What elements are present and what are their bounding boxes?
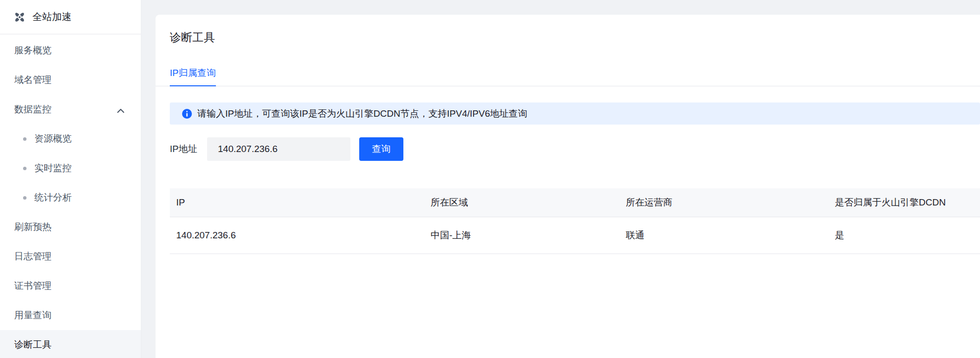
column-header-isp: 所在运营商	[619, 188, 828, 217]
product-header: 全站加速	[0, 0, 141, 34]
sidebar-item-statistical-analysis[interactable]: 统计分析	[0, 183, 141, 212]
bullet-icon	[23, 167, 26, 170]
column-header-belongs-to-dcdn: 是否归属于火山引擎DCDN	[828, 188, 980, 217]
sidebar-item-realtime-monitoring[interactable]: 实时监控	[0, 153, 141, 183]
sidebar-item-service-overview[interactable]: 服务概览	[0, 36, 141, 65]
content-card: 诊断工具 IP归属查询 请输入IP地址，可查询该IP是否为火山引擎DCDN节点，…	[156, 15, 980, 358]
table-header-row: IP 所在区域 所在运营商 是否归属于火山引擎DCDN	[170, 188, 980, 217]
sidebar-item-label: 实时监控	[34, 162, 72, 175]
sidebar-item-label: 资源概览	[34, 132, 72, 145]
sidebar-item-label: 用量查询	[14, 309, 52, 322]
sidebar-item-resource-overview[interactable]: 资源概览	[0, 124, 141, 153]
ip-query-form: IP地址 查询	[170, 137, 980, 161]
sidebar-item-usage-query[interactable]: 用量查询	[0, 301, 141, 330]
sidebar-item-certificate-management[interactable]: 证书管理	[0, 271, 141, 301]
column-header-ip: IP	[170, 188, 424, 217]
sidebar-item-log-management[interactable]: 日志管理	[0, 242, 141, 271]
info-banner-text: 请输入IP地址，可查询该IP是否为火山引擎DCDN节点，支持IPV4/IPV6地…	[197, 107, 527, 120]
info-icon	[182, 109, 192, 119]
sidebar-item-domain-management[interactable]: 域名管理	[0, 65, 141, 95]
ip-address-input[interactable]	[207, 137, 350, 161]
sidebar-item-label: 服务概览	[14, 44, 52, 57]
bullet-icon	[23, 196, 26, 200]
sidebar-item-label: 日志管理	[14, 250, 52, 263]
sidebar-item-label: 诊断工具	[14, 338, 52, 351]
bullet-icon	[23, 137, 26, 141]
page-title: 诊断工具	[170, 29, 980, 45]
cell-region: 中国-上海	[424, 217, 619, 254]
sidebar-nav: 服务概览 域名管理 数据监控 资源概览 实时监控	[0, 34, 141, 358]
cell-belongs-to-dcdn: 是	[828, 217, 980, 254]
sidebar-item-label: 证书管理	[14, 280, 52, 292]
chevron-up-icon	[117, 106, 125, 113]
column-header-region: 所在区域	[424, 188, 619, 217]
product-logo-icon	[13, 11, 26, 24]
cell-ip: 140.207.236.6	[170, 217, 424, 254]
sidebar-item-diagnostic-tools[interactable]: 诊断工具	[0, 330, 141, 358]
tab-ip-ownership-query[interactable]: IP归属查询	[170, 67, 216, 86]
tab-bar: IP归属查询	[156, 67, 980, 86]
app-window: 全站加速 服务概览 域名管理 数据监控 资源概览	[0, 0, 980, 358]
main-area: 诊断工具 IP归属查询 请输入IP地址，可查询该IP是否为火山引擎DCDN节点，…	[141, 0, 980, 358]
sidebar-item-label: 域名管理	[14, 74, 52, 86]
ip-result-table: IP 所在区域 所在运营商 是否归属于火山引擎DCDN 140.207.236.…	[170, 188, 980, 254]
sidebar-item-data-monitoring[interactable]: 数据监控	[0, 95, 141, 124]
table-row: 140.207.236.6 中国-上海 联通 是	[170, 217, 980, 254]
ip-address-label: IP地址	[170, 143, 207, 155]
product-name: 全站加速	[32, 10, 72, 24]
sidebar-item-label: 刷新预热	[14, 221, 52, 233]
sidebar-item-label: 统计分析	[34, 191, 72, 204]
sidebar-item-label: 数据监控	[14, 103, 52, 116]
info-banner: 请输入IP地址，可查询该IP是否为火山引擎DCDN节点，支持IPV4/IPV6地…	[170, 102, 980, 125]
cell-isp: 联通	[619, 217, 828, 254]
sidebar-item-refresh-prewarm[interactable]: 刷新预热	[0, 212, 141, 242]
sidebar: 全站加速 服务概览 域名管理 数据监控 资源概览	[0, 0, 141, 358]
query-button[interactable]: 查询	[359, 137, 403, 161]
